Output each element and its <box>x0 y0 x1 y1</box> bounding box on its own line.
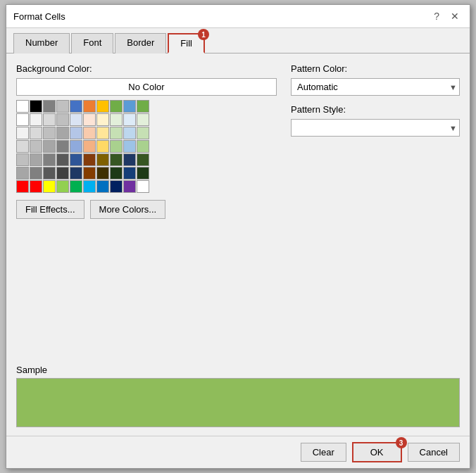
color-cell[interactable] <box>30 140 42 153</box>
color-cell[interactable] <box>83 167 96 179</box>
close-button[interactable]: ✕ <box>447 9 463 23</box>
color-cell[interactable] <box>16 127 29 139</box>
color-cell[interactable] <box>123 180 136 193</box>
color-cell[interactable] <box>30 167 42 179</box>
color-cell[interactable] <box>83 127 96 139</box>
color-cell[interactable] <box>123 167 136 179</box>
color-cell[interactable] <box>70 180 82 193</box>
color-cell[interactable] <box>56 113 69 126</box>
title-bar: Format Cells ? ✕ <box>6 5 470 28</box>
tab-number[interactable]: Number <box>13 33 70 53</box>
color-cell[interactable] <box>43 127 56 139</box>
color-cell[interactable] <box>83 140 96 153</box>
color-row <box>16 180 277 193</box>
color-cell[interactable] <box>70 140 82 153</box>
color-cell[interactable] <box>123 100 136 113</box>
cancel-button[interactable]: Cancel <box>408 443 460 462</box>
sample-label: Sample <box>16 365 460 375</box>
color-cell[interactable] <box>110 100 123 113</box>
tab-border[interactable]: Border <box>115 33 166 53</box>
color-row <box>16 127 277 139</box>
tab-fill[interactable]: Fill 1 <box>168 33 205 53</box>
color-cell[interactable] <box>30 100 42 113</box>
color-cell[interactable] <box>83 100 96 113</box>
color-cell[interactable] <box>83 153 96 166</box>
no-color-button[interactable]: No Color <box>16 78 277 96</box>
color-cell[interactable] <box>56 167 69 179</box>
color-cell[interactable] <box>110 153 123 166</box>
color-cell[interactable] <box>123 127 136 139</box>
tab-fill-badge: 1 <box>198 29 209 40</box>
color-cell[interactable] <box>30 153 42 166</box>
color-cell[interactable] <box>16 113 29 126</box>
color-row <box>16 153 277 166</box>
color-cell[interactable] <box>16 180 29 193</box>
color-cell[interactable] <box>56 153 69 166</box>
color-row <box>16 140 277 153</box>
color-cell[interactable] <box>110 167 123 179</box>
color-cell[interactable] <box>137 153 149 166</box>
tab-font[interactable]: Font <box>71 33 113 53</box>
color-cell[interactable] <box>96 153 109 166</box>
color-cell[interactable] <box>96 113 109 126</box>
pattern-color-label: Pattern Color: <box>291 63 460 74</box>
color-cell[interactable] <box>110 127 123 139</box>
color-row <box>16 113 277 126</box>
color-cell[interactable] <box>43 167 56 179</box>
color-cell[interactable] <box>96 140 109 153</box>
color-cell[interactable] <box>43 180 56 193</box>
sample-section: Sample <box>6 365 470 433</box>
color-cell[interactable] <box>30 127 42 139</box>
color-cell[interactable] <box>96 127 109 139</box>
color-cell[interactable] <box>43 100 56 113</box>
color-cell[interactable] <box>83 113 96 126</box>
pattern-color-dropdown-wrapper: Automatic ▼ <box>291 78 460 96</box>
pattern-style-dropdown[interactable] <box>291 119 460 137</box>
color-cell[interactable] <box>123 140 136 153</box>
color-cell[interactable] <box>70 113 82 126</box>
color-cell[interactable] <box>123 153 136 166</box>
color-cell[interactable] <box>96 167 109 179</box>
color-cell[interactable] <box>16 153 29 166</box>
pattern-color-dropdown[interactable]: Automatic <box>291 78 460 96</box>
clear-button[interactable]: Clear <box>301 443 346 462</box>
sample-preview <box>16 378 460 427</box>
color-cell[interactable] <box>56 140 69 153</box>
color-cell[interactable] <box>137 113 149 126</box>
color-cell[interactable] <box>137 167 149 179</box>
pattern-style-label: Pattern Style: <box>291 104 460 115</box>
fill-effects-button[interactable]: Fill Effects... <box>16 200 84 219</box>
color-cell[interactable] <box>16 100 29 113</box>
color-cell[interactable] <box>137 180 149 193</box>
color-cell[interactable] <box>137 100 149 113</box>
color-cell[interactable] <box>110 180 123 193</box>
color-cell[interactable] <box>137 127 149 139</box>
color-cell[interactable] <box>123 113 136 126</box>
color-cell[interactable] <box>110 140 123 153</box>
color-cell[interactable] <box>56 100 69 113</box>
color-cell[interactable] <box>43 153 56 166</box>
help-button[interactable]: ? <box>430 9 443 23</box>
color-cell[interactable] <box>96 180 109 193</box>
color-cell[interactable] <box>110 113 123 126</box>
color-cell[interactable] <box>70 127 82 139</box>
color-cell[interactable] <box>30 180 42 193</box>
color-cell[interactable] <box>56 180 69 193</box>
color-cell[interactable] <box>30 113 42 126</box>
color-cell[interactable] <box>16 167 29 179</box>
color-cell[interactable] <box>70 153 82 166</box>
format-cells-dialog: Format Cells ? ✕ Number Font Border Fill… <box>6 4 470 469</box>
color-cell[interactable] <box>83 180 96 193</box>
color-cell[interactable] <box>43 113 56 126</box>
action-buttons: Fill Effects... More Colors... <box>16 200 277 219</box>
color-cell[interactable] <box>137 140 149 153</box>
color-cell[interactable] <box>43 140 56 153</box>
color-cell[interactable] <box>70 100 82 113</box>
color-cell[interactable] <box>56 127 69 139</box>
color-cell[interactable] <box>16 140 29 153</box>
fill-content: Background Color: No Color Fill Effects.… <box>6 53 470 365</box>
more-colors-button[interactable]: More Colors... <box>90 200 166 219</box>
color-cell[interactable] <box>96 100 109 113</box>
ok-button[interactable]: OK 3 <box>352 442 402 462</box>
color-cell[interactable] <box>70 167 82 179</box>
